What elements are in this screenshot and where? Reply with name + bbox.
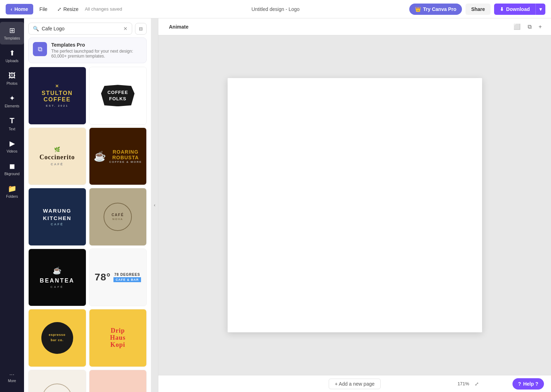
- download-icon: ⬇: [500, 6, 504, 12]
- pro-banner-text: Templates Pro The perfect launchpad for …: [51, 42, 142, 59]
- drip-brand: Drip: [111, 327, 125, 334]
- try-pro-button[interactable]: 👑 Try Canva Pro: [409, 4, 462, 15]
- add-page-icon-button[interactable]: +: [537, 22, 544, 31]
- download-main-button[interactable]: ⬇ Download: [494, 4, 535, 15]
- template-card-drip[interactable]: Drip Haus Kopi: [89, 309, 147, 367]
- elements-icon: ✦: [9, 94, 15, 102]
- drip-kopi: Kopi: [110, 341, 125, 349]
- share-button[interactable]: Share: [465, 4, 491, 15]
- download-label: Download: [506, 6, 530, 12]
- help-button[interactable]: ? Help ?: [512, 378, 544, 390]
- topbar: ‹ Home File ⤢ Resize All changes saved U…: [0, 0, 551, 18]
- saved-status: All changes saved: [85, 6, 122, 12]
- home-label: Home: [14, 6, 28, 12]
- template-card-coccinerito[interactable]: 🌿 Coccinerito CAFÉ: [28, 127, 86, 185]
- filter-icon: ⊟: [139, 26, 143, 31]
- topbar-right: 👑 Try Canva Pro Share ⬇ Download ▾: [409, 4, 545, 15]
- coffee-folks-text2: FOLKS: [109, 96, 127, 102]
- bottom-bar-wrapper: + Add a new page 171% ⤢ ? Help ?: [158, 379, 551, 389]
- sidebar-item-background[interactable]: ◼ Bkground: [0, 158, 24, 180]
- sidebar-item-templates[interactable]: ⊞ Templates: [0, 22, 24, 44]
- 78degrees-num: 78°: [95, 272, 111, 283]
- try-pro-label: Try Canva Pro: [423, 6, 456, 12]
- canvas-area: Animate ⬜ ⧉ + + Add a new page: [158, 18, 551, 392]
- background-icon: ◼: [9, 162, 15, 170]
- template-card-beantea[interactable]: ☕ BEANTEA CAFÉ: [28, 249, 86, 307]
- text-label: Text: [9, 127, 15, 131]
- whimson-circle: WHIMSON CAFÉ: [42, 384, 72, 392]
- template-preview-easpresso: ☕ EASPRESSO: [89, 370, 147, 392]
- pro-banner[interactable]: ⧉ Templates Pro The perfect launchpad fo…: [28, 37, 147, 63]
- coccinerito-brand: Coccinerito: [40, 154, 75, 161]
- drip-house: Drip Haus Kopi: [110, 327, 125, 348]
- 78degrees-inner: 78° 78 DEGREES CAFE & BAR: [95, 272, 141, 283]
- clear-search-icon[interactable]: ✕: [123, 26, 128, 31]
- notes-button[interactable]: ⬜: [511, 22, 523, 31]
- plus-icon: +: [539, 24, 542, 30]
- template-card-stulton[interactable]: ✕ STULTON COFFEE EST. 2021: [28, 67, 86, 125]
- template-preview-coffee-folks: coffeE FOLKS: [89, 67, 147, 124]
- folders-label: Folders: [6, 195, 18, 198]
- photos-label: Photos: [6, 82, 17, 85]
- resize-label: Resize: [63, 6, 78, 12]
- template-card-easpresso[interactable]: ☕ EASPRESSO: [89, 370, 147, 392]
- add-page-button[interactable]: + Add a new page: [329, 379, 381, 389]
- home-button[interactable]: ‹ Home: [6, 4, 33, 14]
- filter-button[interactable]: ⊟: [135, 23, 147, 35]
- espresso-brand: espresso: [49, 333, 66, 337]
- sidebar-item-elements[interactable]: ✦ Elements: [0, 90, 24, 112]
- sidebar-item-folders[interactable]: 📁 Folders: [0, 180, 24, 203]
- templates-panel: 🔍 ✕ ⊟ ⧉ Templates Pro The perfect launch…: [24, 18, 151, 392]
- search-input[interactable]: [42, 26, 121, 31]
- uploads-icon: ⬆: [9, 49, 15, 57]
- templates-search-bar: 🔍 ✕ ⊟: [24, 18, 151, 37]
- espresso-bar: bar co.: [51, 338, 64, 343]
- sidebar-item-videos[interactable]: ▶ Videos: [0, 135, 24, 158]
- fullscreen-button[interactable]: ⤢: [473, 380, 480, 388]
- coccinerito-leaf: 🌿: [54, 147, 60, 152]
- sidebar-item-uploads[interactable]: ⬆ Uploads: [0, 44, 24, 67]
- fullscreen-icon: ⤢: [475, 381, 479, 387]
- zoom-controls: 171% ⤢: [456, 380, 480, 388]
- beantea-brand: BEANTEA: [40, 278, 75, 284]
- cafe-nova-circle: CAFÉ NOVA: [104, 203, 132, 231]
- roaring-sub: COFFEE & MORE: [109, 160, 142, 164]
- 78degrees-text: 78 DEGREES CAFE & BAR: [113, 273, 141, 282]
- template-card-warung[interactable]: WARUNG KITCHEN CAFÉ: [28, 188, 86, 246]
- help-label: Help ?: [523, 381, 538, 387]
- videos-label: Videos: [7, 149, 17, 153]
- canvas-toolbar-icons: ⬜ ⧉ +: [511, 22, 544, 31]
- templates-grid: ✕ STULTON COFFEE EST. 2021 coffeE FOLKS: [28, 67, 147, 392]
- warung-sub: CAFÉ: [51, 222, 64, 226]
- sidebar-item-photos[interactable]: 🖼 Photos: [0, 67, 24, 90]
- download-dropdown-button[interactable]: ▾: [535, 4, 545, 15]
- template-card-espresso[interactable]: espresso bar co.: [28, 309, 86, 367]
- chevron-left-icon: ‹: [11, 6, 12, 12]
- template-card-78degrees[interactable]: 78° 78 DEGREES CAFE & BAR: [89, 249, 147, 307]
- duplicate-button[interactable]: ⧉: [526, 22, 534, 31]
- canvas-page: [228, 78, 482, 332]
- template-card-cafe-nova[interactable]: CAFÉ NOVA: [89, 188, 147, 246]
- canvas-scroll[interactable]: [158, 35, 551, 375]
- template-card-whimson[interactable]: WHIMSON CAFÉ: [28, 370, 86, 392]
- elements-label: Elements: [5, 104, 19, 108]
- template-preview-warung: WARUNG KITCHEN CAFÉ: [29, 188, 86, 245]
- resize-icon: ⤢: [57, 6, 61, 12]
- sidebar-item-more[interactable]: ··· More: [0, 366, 24, 388]
- roaring-robusta: ROBUSTA: [109, 155, 142, 160]
- stulton-sub: EST. 2021: [46, 104, 69, 107]
- pro-icon: ⧉: [38, 46, 42, 53]
- file-button[interactable]: File: [36, 4, 51, 14]
- bottom-bar: + Add a new page 171% ⤢ ? Help ?: [158, 375, 551, 392]
- resize-button[interactable]: ⤢ Resize: [54, 4, 82, 14]
- hide-panel-button[interactable]: ‹: [151, 18, 158, 392]
- template-card-roaring[interactable]: ☕ ROARING ROBUSTA COFFEE & MORE: [89, 127, 147, 185]
- warung-kitchen: KITCHEN: [43, 215, 71, 221]
- search-icon: 🔍: [33, 26, 39, 31]
- template-preview-coccinerito: 🌿 Coccinerito CAFÉ: [29, 128, 86, 185]
- template-card-coffee-folks[interactable]: coffeE FOLKS: [89, 67, 147, 125]
- animate-button[interactable]: Animate: [165, 22, 192, 32]
- sidebar-item-text[interactable]: T Text: [0, 112, 24, 135]
- pro-banner-icon: ⧉: [33, 42, 47, 56]
- hide-panel-icon: ‹: [154, 203, 156, 208]
